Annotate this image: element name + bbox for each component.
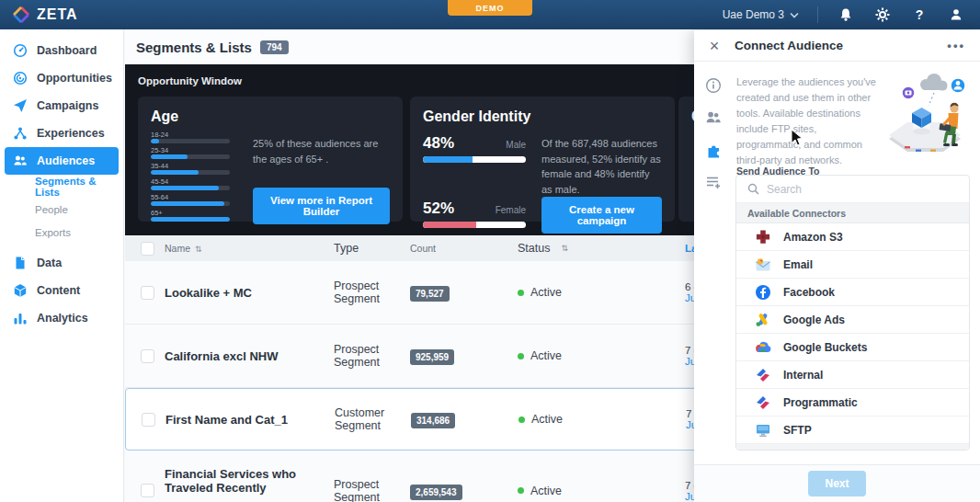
row-checkbox[interactable] xyxy=(141,286,154,300)
search-icon xyxy=(747,183,759,195)
segment-count-badge: 79,527 xyxy=(410,286,450,302)
sort-icon[interactable]: ⇅ xyxy=(195,245,202,254)
sidebar-item-analytics[interactable]: Analytics xyxy=(0,304,123,332)
column-header-name[interactable]: Name xyxy=(165,243,190,254)
status-dot xyxy=(518,353,524,359)
help-icon[interactable]: ? xyxy=(910,6,929,24)
drawer-icon-rail xyxy=(694,62,733,502)
connector-email[interactable]: Email xyxy=(736,251,969,279)
info-icon[interactable] xyxy=(704,76,723,95)
segment-type: Prospect Segment xyxy=(334,280,410,305)
segment-count-badge: 2,659,543 xyxy=(410,485,462,500)
google-buckets-icon xyxy=(755,339,771,356)
gender-bar-chart: 48 Male 52 Female xyxy=(423,131,526,234)
connect-puzzle-icon[interactable] xyxy=(704,141,723,159)
sidebar-item-dashboard[interactable]: Dashboard xyxy=(0,37,123,64)
select-all-checkbox[interactable] xyxy=(141,242,154,256)
age-bar-fill xyxy=(151,186,219,190)
segment-name[interactable]: Financial Services who Traveled Recently xyxy=(165,467,334,495)
sidebar-item-label: Analytics xyxy=(37,312,88,325)
gender-bar-fill xyxy=(423,156,473,163)
sidebar-item-opportunities[interactable]: Opportunities xyxy=(0,64,123,92)
available-connectors-header: Available Connectors xyxy=(736,203,969,223)
drawer-title: Connect Audience xyxy=(735,39,843,52)
sidebar-item-data[interactable]: Data xyxy=(0,249,123,277)
connect-audience-drawer: × Connect Audience ••• Leverage the audi… xyxy=(694,30,980,502)
demo-ribbon-button[interactable]: DEMO xyxy=(448,0,532,16)
settings-gear-icon[interactable] xyxy=(873,6,892,24)
audience-people-icon[interactable] xyxy=(704,108,723,127)
gender-note: Of the 687,498 audiences measured, 52% i… xyxy=(541,136,662,197)
opportunities-icon xyxy=(13,71,28,86)
next-button[interactable]: Next xyxy=(808,471,865,496)
amazon-s3-icon xyxy=(755,229,771,245)
paper-plane-icon xyxy=(13,98,28,113)
sidebar-item-campaigns[interactable]: Campaigns xyxy=(0,92,123,120)
age-bar-fill xyxy=(151,217,230,222)
status-label: Active xyxy=(530,286,562,299)
zeta-logo[interactable]: ZETA xyxy=(0,6,78,24)
segments-count-badge: 794 xyxy=(260,40,289,54)
unavailable-connectors-header: Unavailable Connectors xyxy=(736,444,969,451)
segment-type: Customer Segment xyxy=(335,406,411,432)
connector-programmatic[interactable]: Programmatic xyxy=(736,389,969,416)
age-card: Age 18-24 25-34 35-44 45-54 55-64 65+ 25… xyxy=(138,97,403,222)
sidebar-item-experiences[interactable]: Experiences xyxy=(0,120,123,147)
age-bar-fill xyxy=(151,139,159,143)
sidebar-subitem-people[interactable]: People xyxy=(0,198,123,221)
top-navbar: ZETA DEMO Uae Demo 3 ? xyxy=(0,0,980,29)
sort-icon[interactable]: ⇅ xyxy=(561,244,568,253)
brand-name: ZETA xyxy=(37,6,78,23)
close-icon[interactable]: × xyxy=(694,38,735,54)
sidebar-item-label: Dashboard xyxy=(37,44,97,57)
row-checkbox[interactable] xyxy=(141,484,154,497)
sidebar-subitem-segments-lists[interactable]: Segments & Lists xyxy=(0,175,123,198)
row-checkbox[interactable] xyxy=(141,349,154,363)
view-report-builder-button[interactable]: View more in Report Builder xyxy=(253,188,390,224)
row-checkbox[interactable] xyxy=(142,413,155,427)
status-label: Active xyxy=(531,413,563,426)
male-percent: 48 xyxy=(423,134,454,153)
connectors-listbox: Available Connectors Amazon S3 Email Fac… xyxy=(735,175,970,451)
list-add-icon[interactable] xyxy=(704,173,723,191)
create-campaign-button[interactable]: Create a new campaign xyxy=(541,197,662,234)
segment-name[interactable]: Lookalike + MC xyxy=(165,286,334,300)
zeta-diamond-icon xyxy=(12,6,30,24)
connector-google-buckets[interactable]: Google Buckets xyxy=(736,334,969,361)
connector-sftp[interactable]: SFTP xyxy=(736,416,969,444)
environment-switcher[interactable]: Uae Demo 3 xyxy=(723,8,799,21)
female-label: Female xyxy=(496,205,526,215)
notifications-bell-icon[interactable] xyxy=(837,6,855,24)
connector-google-ads[interactable]: Google Ads xyxy=(736,306,969,334)
google-ads-icon xyxy=(755,312,771,328)
sidebar-item-content[interactable]: Content xyxy=(0,277,123,304)
connector-amazon-s3[interactable]: Amazon S3 xyxy=(736,223,969,251)
column-header-status[interactable]: Status xyxy=(518,242,550,255)
more-options-icon[interactable]: ••• xyxy=(947,39,980,52)
connector-internal[interactable]: Internal xyxy=(736,361,969,389)
segment-type: Prospect Segment xyxy=(334,478,410,502)
connector-facebook[interactable]: Facebook xyxy=(736,279,969,306)
email-icon xyxy=(755,257,771,273)
connector-search xyxy=(736,176,969,203)
sidebar-subitem-exports[interactable]: Exports xyxy=(0,221,123,244)
segment-name[interactable]: California excl NHW xyxy=(165,349,334,363)
chevron-down-icon xyxy=(790,12,799,18)
environment-name: Uae Demo 3 xyxy=(723,8,784,21)
status-dot xyxy=(518,290,524,296)
sidebar-item-label: Content xyxy=(37,284,80,297)
age-bar-fill xyxy=(151,154,188,159)
connector-search-input[interactable] xyxy=(767,183,958,196)
segment-name[interactable]: First Name and Cat_1 xyxy=(165,413,335,427)
sidebar-nav: Dashboard Opportunities Campaigns Experi… xyxy=(0,29,124,502)
sidebar-item-label: Audiences xyxy=(37,154,95,167)
sidebar-item-label: Experiences xyxy=(37,127,105,140)
topbar-divider xyxy=(817,6,818,23)
segment-count-badge: 925,959 xyxy=(410,349,454,365)
male-label: Male xyxy=(506,140,526,150)
sidebar-item-audiences[interactable]: Audiences xyxy=(5,147,119,175)
page-title: Segments & Lists xyxy=(136,40,252,55)
status-dot xyxy=(518,487,524,494)
age-card-title: Age xyxy=(151,108,390,125)
user-account-icon[interactable] xyxy=(947,6,965,24)
